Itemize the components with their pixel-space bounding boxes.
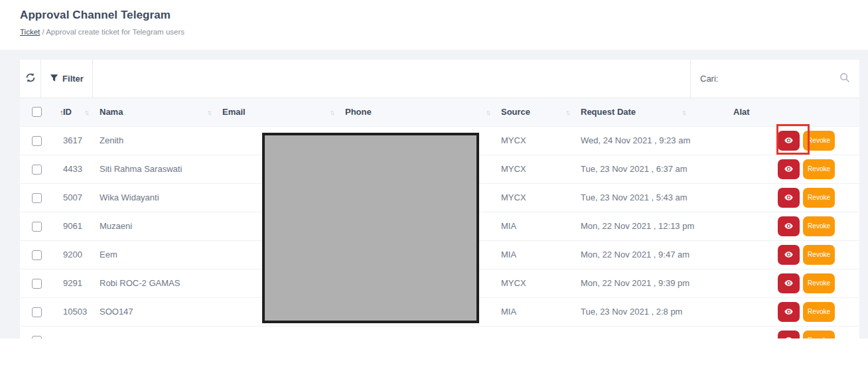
column-header-source[interactable]: Source ↑↓ [501,98,581,126]
cell-source: MYCX [501,183,581,212]
cell-nama: Muzaeni [100,212,222,240]
cell-nama: Robi ROC-2 GAMAS [100,269,222,297]
select-all-checkbox[interactable] [32,107,42,117]
filter-button-label: Filter [62,74,84,84]
cell-request-date: Mon, 22 Nov 2021 , 9:47 am [581,240,697,269]
breadcrumb-separator: / [40,28,46,36]
refresh-icon [25,72,36,86]
cell-actions: Revoke [697,240,859,269]
cell-id: 9200 [63,240,100,269]
view-button[interactable] [778,188,800,208]
cell-request-date [581,326,697,338]
eye-icon [784,221,793,231]
view-button[interactable] [778,216,800,236]
revoke-button[interactable]: Revoke [803,188,835,208]
cell-request-date: Mon, 22 Nov 2021 , 12:13 pm [581,212,697,240]
table-header-row: ↑↓ ID ↑↓ Nama ↑↓ Email [20,98,859,126]
view-button[interactable] [778,331,800,338]
eye-icon [784,335,793,338]
sort-icon-source: ↑↓ [565,108,569,116]
revoke-button[interactable]: Revoke [803,273,835,293]
revoke-button[interactable]: Revoke [803,331,835,338]
cell-request-date: Tue, 23 Nov 2021 , 6:37 am [581,155,697,183]
search-input[interactable] [723,74,839,84]
eye-icon [784,278,793,288]
breadcrumb-link-ticket[interactable]: Ticket [20,28,40,36]
sort-icon-email: ↑↓ [330,108,333,116]
table-toolbar: Filter Cari: [20,60,859,98]
cell-phone [345,326,501,338]
breadcrumb-current: Approval create ticket for Telegram user… [46,28,184,36]
breadcrumb: Ticket / Approval create ticket for Tele… [20,28,184,36]
cell-source [501,326,581,338]
column-header-request-date[interactable]: Request Date ↑↓ [581,98,697,126]
cell-request-date: Tue, 23 Nov 2021 , 5:43 am [581,183,697,212]
view-button[interactable] [778,131,800,151]
cell-source: MYCX [501,269,581,297]
row-checkbox[interactable] [32,250,42,260]
column-header-email[interactable]: Email ↑↓ [222,98,345,126]
cell-actions: Revoke [697,183,859,212]
page-header: Approval Channel Telegram Ticket / Appro… [20,9,184,36]
view-button[interactable] [778,159,800,179]
cell-actions: Revoke [697,212,859,240]
redaction-overlay [262,133,479,323]
cell-source: MYCX [501,126,581,155]
cell-nama [100,326,222,338]
cell-request-date: Wed, 24 Nov 2021 , 9:23 am [581,126,697,155]
filter-funnel-icon [50,74,58,84]
cell-id: 9061 [63,212,100,240]
view-button[interactable] [778,302,800,322]
sort-icon-nama: ↑↓ [207,108,210,116]
row-checkbox[interactable] [32,307,42,317]
column-header-id[interactable]: ID ↑↓ [63,98,100,126]
revoke-button[interactable]: Revoke [803,216,835,236]
cell-email [222,326,345,338]
view-button[interactable] [778,245,800,265]
row-checkbox[interactable] [32,222,42,232]
eye-icon [784,135,793,145]
cell-source: MYCX [501,155,581,183]
cell-source: MIA [501,212,581,240]
column-header-phone[interactable]: Phone ↑↓ [345,98,501,126]
row-checkbox[interactable] [32,279,42,289]
row-checkbox[interactable] [32,336,42,338]
cell-nama: Zenith [100,126,222,155]
row-checkbox[interactable] [32,193,42,203]
row-checkbox[interactable] [32,136,42,146]
cell-nama: SOO147 [100,297,222,326]
sort-icon-phone: ↑↓ [486,108,489,116]
table-row: Revoke [20,326,859,338]
search-label: Cari: [700,74,718,84]
column-header-select[interactable]: ↑↓ [20,98,63,126]
refresh-button[interactable] [20,60,41,98]
column-header-alat: Alat [697,98,859,126]
page-title: Approval Channel Telegram [20,9,184,22]
filter-button[interactable]: Filter [41,60,93,98]
cell-actions: Revoke [697,269,859,297]
revoke-button[interactable]: Revoke [803,131,835,151]
eye-icon [784,164,793,174]
sort-icon-id: ↑↓ [84,108,88,116]
cell-id [63,326,100,338]
revoke-button[interactable]: Revoke [803,245,835,265]
view-button[interactable] [778,273,800,293]
revoke-button[interactable]: Revoke [803,302,835,322]
cell-id: 4433 [63,155,100,183]
cell-id: 9291 [63,269,100,297]
cell-actions: Revoke [697,155,859,183]
revoke-button[interactable]: Revoke [803,159,835,179]
cell-source: MIA [501,297,581,326]
cell-request-date: Tue, 23 Nov 2021 , 2:8 pm [581,297,697,326]
sort-icon-request-date: ↑↓ [682,108,685,116]
cell-request-date: Mon, 22 Nov 2021 , 9:39 pm [581,269,697,297]
cell-nama: Eem [100,240,222,269]
eye-icon [784,192,793,202]
cell-actions: Revoke [697,297,859,326]
eye-icon [784,250,793,260]
cell-actions: Revoke [697,326,859,338]
cell-source: MIA [501,240,581,269]
search-area: Cari: [690,60,859,98]
row-checkbox[interactable] [32,165,42,175]
column-header-nama[interactable]: Nama ↑↓ [100,98,222,126]
